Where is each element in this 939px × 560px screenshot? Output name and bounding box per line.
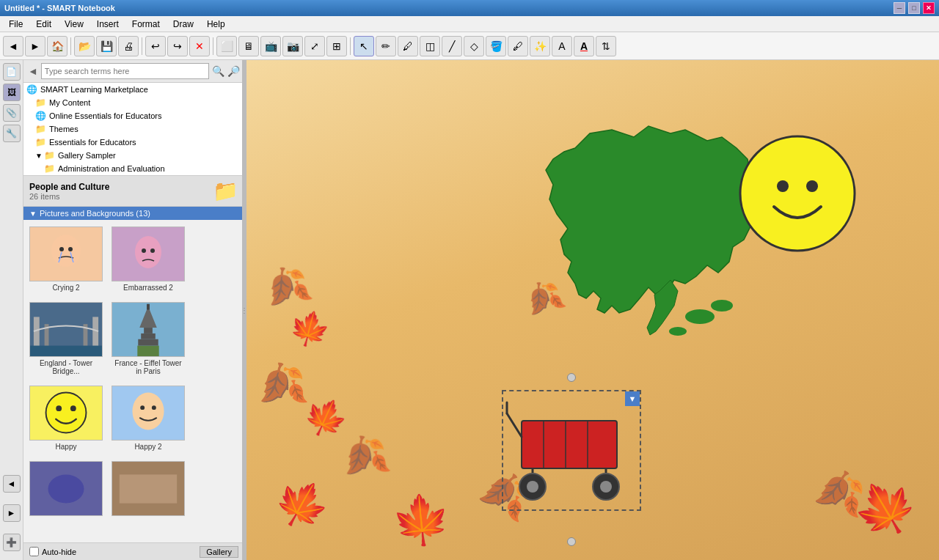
resize-button[interactable]: ⤢ (304, 36, 325, 56)
add-page-button[interactable]: ➕ (3, 534, 21, 551)
table-button[interactable]: ⊞ (326, 36, 347, 56)
essentials-icon: 📁 (35, 137, 46, 147)
svg-line-39 (507, 413, 522, 437)
admin-icon: 📁 (44, 163, 55, 174)
attachments-button[interactable]: 📎 (3, 104, 21, 122)
minimize-button[interactable]: ─ (894, 2, 905, 14)
svg-rect-14 (137, 346, 158, 357)
gallery-item-embarrassed[interactable]: Embarrassed 2 (109, 223, 188, 295)
svg-point-44 (527, 481, 538, 493)
gallery-label-crying: Crying 2 (30, 284, 102, 292)
panel-resizer[interactable]: ⋮ (242, 60, 246, 560)
gallery-item-england[interactable]: England - Tower Bridge... (26, 298, 106, 379)
magic-button[interactable]: ✨ (530, 36, 550, 56)
camera-button[interactable]: 📷 (282, 36, 303, 56)
object-dropdown-button[interactable]: ▼ (625, 391, 640, 406)
monitor2-button[interactable]: 📺 (260, 36, 281, 56)
fill-button[interactable]: 🪣 (486, 36, 506, 56)
delete-button[interactable]: ✕ (189, 36, 210, 56)
pencil-button[interactable]: 🖋 (508, 36, 528, 56)
smart-marketplace-icon: 🌐 (26, 84, 37, 95)
auto-hide-checkbox[interactable] (29, 547, 39, 556)
home-button[interactable]: 🏠 (47, 36, 67, 56)
back-button[interactable]: ◄ (3, 36, 23, 56)
menu-draw[interactable]: Draw (167, 18, 200, 31)
select-button[interactable]: ↖ (354, 36, 374, 56)
more-button[interactable]: ⇅ (596, 36, 616, 56)
tree-item-mycontent[interactable]: 📁 My Content (23, 96, 244, 109)
line-button[interactable]: ╱ (442, 36, 462, 56)
gallery-item-extra1[interactable] (26, 457, 106, 520)
category-header: People and Culture 26 items 📁 (23, 176, 244, 207)
search-options-button[interactable]: 🔎 (227, 65, 240, 77)
forward-button[interactable]: ► (25, 36, 45, 56)
undo-button[interactable]: ↩ (145, 36, 166, 56)
search-back-button[interactable]: ◄ (28, 65, 38, 77)
online-icon: 🌐 (35, 111, 46, 121)
tree-item-themes[interactable]: 📁 Themes (23, 122, 244, 136)
font-color-button[interactable]: A (574, 36, 594, 56)
pen-button[interactable]: ✏ (376, 36, 396, 56)
properties-button[interactable]: 🔧 (3, 125, 21, 142)
menu-insert[interactable]: Insert (91, 18, 125, 31)
shape-button[interactable]: ◇ (464, 36, 484, 56)
gallery-item-happy[interactable]: Happy (26, 382, 106, 454)
redo-button[interactable]: ↪ (167, 36, 188, 56)
auto-hide-container: Auto-hide (29, 547, 76, 556)
svg-point-5 (150, 248, 155, 253)
gallery-button[interactable]: 🖼 (3, 84, 21, 101)
menu-format[interactable]: Format (126, 18, 166, 31)
eraser-button[interactable]: ◫ (420, 36, 440, 56)
menu-view[interactable]: View (59, 18, 89, 31)
print-button[interactable]: 🖨 (118, 36, 139, 56)
shapes-button[interactable]: ⬜ (216, 36, 237, 56)
monitor-button[interactable]: 🖥 (238, 36, 259, 56)
left-sidebar: 📄 🖼 📎 🔧 ◄ ► ➕ (0, 60, 23, 560)
page-sorter-button[interactable]: 📄 (3, 63, 21, 81)
wagon-selected-container[interactable]: ▼ (498, 386, 645, 533)
gallery-label-france: France - Eiffel Tower in Paris (112, 359, 184, 375)
maximize-button[interactable]: □ (908, 2, 920, 14)
smiley-face[interactable] (737, 133, 858, 254)
gallery-thumb-crying (29, 226, 103, 281)
open-button[interactable]: 📂 (74, 36, 95, 56)
search-input[interactable] (41, 63, 209, 79)
menu-edit[interactable]: Edit (30, 18, 57, 31)
gallery-item-happy2[interactable]: Happy 2 (109, 382, 188, 454)
gallery-items-grid: Crying 2 Embarrassed 2 (23, 220, 244, 542)
mycontent-icon: 📁 (35, 97, 46, 108)
selection-handle-top[interactable] (567, 373, 576, 382)
left-arrow-button[interactable]: ◄ (3, 475, 21, 493)
selection-handle-bottom[interactable] (567, 537, 576, 546)
gallery-thumb-extra2 (112, 461, 185, 516)
selection-border: ▼ (502, 390, 641, 511)
gallery-tab-button[interactable]: Gallery (200, 546, 238, 558)
window-controls: ─ □ ✕ (894, 2, 935, 14)
right-arrow-button[interactable]: ► (3, 504, 21, 522)
text-button[interactable]: A (552, 36, 572, 56)
tree-item-admin[interactable]: 📁 Administration and Evaluation (23, 162, 244, 175)
sub-category-bar[interactable]: ▼ Pictures and Backgrounds (13) (23, 207, 244, 220)
close-button[interactable]: ✕ (923, 2, 935, 14)
svg-point-1 (59, 247, 64, 251)
gallery-thumb-extra1 (29, 461, 103, 516)
save-button[interactable]: 💾 (96, 36, 117, 56)
gallery-item-france[interactable]: France - Eiffel Tower in Paris (109, 298, 188, 379)
tree-item-smart[interactable]: 🌐 SMART Learning Marketplace (23, 83, 244, 96)
menu-help[interactable]: Help (201, 18, 231, 31)
sub-category-label: Pictures and Backgrounds (13) (40, 209, 150, 218)
menu-file[interactable]: File (3, 18, 29, 31)
svg-point-4 (142, 248, 146, 253)
gallery-item-extra2[interactable] (109, 457, 188, 520)
tree-item-online[interactable]: 🌐 Online Essentials for Educators (23, 109, 244, 122)
tree-item-gallery[interactable]: ▼ 📁 Gallery Sampler (23, 149, 244, 162)
title-bar: Untitled * - SMART Notebook ─ □ ✕ (0, 0, 939, 16)
gallery-label-england: England - Tower Bridge... (30, 359, 102, 375)
tree-item-essentials[interactable]: 📁 Essentials for Educators (23, 136, 244, 149)
gallery-item-crying[interactable]: Crying 2 (26, 223, 106, 295)
main-canvas[interactable]: 🍂 🍁 🍂 🍁 🍂 🍁 🍁 🍂 🍁 🍂 🍂 (245, 60, 939, 560)
app-title: Untitled * - SMART Notebook (4, 4, 115, 12)
svg-point-31 (669, 327, 687, 336)
search-button[interactable]: 🔍 (212, 65, 224, 77)
highlighter-button[interactable]: 🖊 (398, 36, 418, 56)
